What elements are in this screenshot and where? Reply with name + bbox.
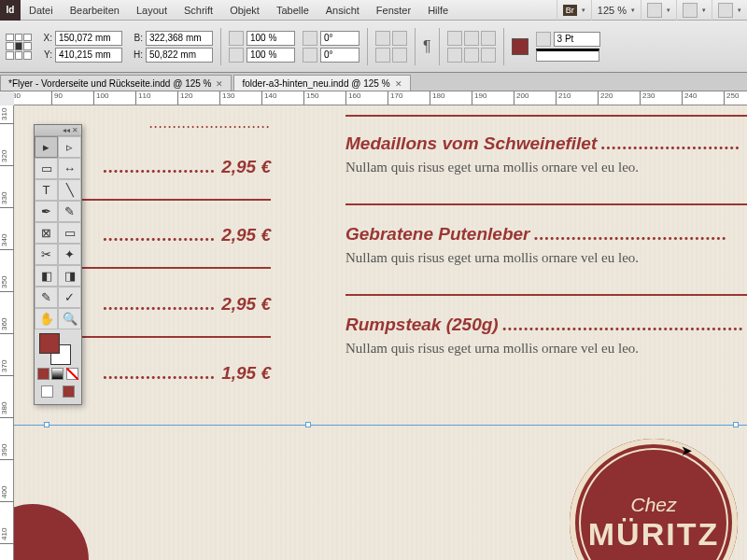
scale-y-icon: [229, 48, 244, 63]
close-icon[interactable]: ✕: [216, 79, 223, 89]
pen-tool[interactable]: ✒: [35, 201, 58, 222]
menu-ansicht[interactable]: Ansicht: [317, 5, 368, 16]
gradient-feather-tool[interactable]: ◨: [58, 265, 81, 287]
menu-hilfe[interactable]: Hilfe: [419, 5, 457, 16]
bridge-button[interactable]: Br: [557, 0, 591, 21]
menu-tabelle[interactable]: Tabelle: [268, 5, 317, 16]
tab-flyer[interactable]: *Flyer - Vorderseite und Rückseite.indd …: [0, 75, 232, 91]
menu-fenster[interactable]: Fenster: [368, 5, 419, 16]
rotate-field[interactable]: [320, 31, 359, 46]
canvas[interactable]: .......................... .............…: [14, 105, 747, 560]
height-field[interactable]: [146, 48, 213, 63]
tab-folder[interactable]: folder-a3-hinten_neu.indd @ 125 %✕: [233, 75, 410, 91]
flip-v-icon[interactable]: [392, 48, 407, 63]
scale-x-icon: [229, 31, 244, 46]
shear-icon: [303, 48, 317, 63]
eyedropper-tool[interactable]: ✓: [58, 287, 81, 308]
screen-icon: [683, 3, 698, 18]
note-tool[interactable]: ✎: [35, 287, 58, 308]
menu-bar: Id Datei Bearbeiten Layout Schrift Objek…: [0, 0, 747, 21]
pencil-tool[interactable]: ✎: [58, 201, 81, 222]
rectangle-tool[interactable]: ▭: [58, 222, 81, 244]
view-mode-row[interactable]: [35, 383, 81, 400]
horizontal-ruler[interactable]: 8090100110120130140150160170180190200210…: [14, 91, 747, 105]
rotate-cw-icon[interactable]: [375, 31, 390, 46]
zoom-tool[interactable]: 🔍: [58, 308, 81, 329]
wrap-6-icon[interactable]: [481, 48, 496, 63]
stroke-style-dropdown[interactable]: [536, 49, 599, 62]
wrap-5-icon[interactable]: [464, 48, 479, 63]
work-area: 310320330340350360370380390400410 ......…: [0, 105, 747, 560]
rotate-ccw-icon[interactable]: [375, 48, 390, 63]
gradient-swatch-tool[interactable]: ◧: [35, 265, 58, 287]
wrap-4-icon[interactable]: [447, 48, 462, 63]
vertical-ruler[interactable]: 310320330340350360370380390400410: [0, 105, 14, 560]
control-bar: X: Y: B: H: ¶: [0, 21, 747, 73]
y-position-field[interactable]: [55, 48, 122, 63]
flip-h-icon[interactable]: [392, 31, 407, 46]
hand-tool[interactable]: ✋: [35, 308, 58, 329]
close-icon[interactable]: ✕: [395, 79, 402, 89]
wrap-3-icon[interactable]: [481, 31, 496, 46]
arrange-dropdown[interactable]: [712, 0, 747, 21]
direct-selection-tool[interactable]: ▹: [58, 136, 81, 158]
menu-layout[interactable]: Layout: [128, 5, 176, 16]
stroke-icon: [536, 32, 551, 47]
mouse-cursor: ➤: [681, 442, 693, 459]
corner-decoration: [14, 504, 89, 560]
rectangle-frame-tool[interactable]: ⊠: [35, 222, 58, 244]
view-icon: [647, 3, 662, 18]
page-tool[interactable]: ▭: [35, 158, 58, 179]
apply-color-row[interactable]: [35, 365, 81, 383]
logo-badge: Chez MÜRITZ: [570, 439, 738, 560]
fill-stroke-swatch[interactable]: [35, 329, 81, 365]
tools-panel[interactable]: ◂◂ ✕ ▸ ▹ ▭ ↔ T ╲ ✒ ✎ ⊠ ▭ ✂ ✦ ◧ ◨ ✎ ✓ ✋ 🔍: [34, 124, 82, 405]
line-tool[interactable]: ╲: [58, 179, 81, 201]
selection-tool[interactable]: ▸: [35, 136, 58, 158]
view-mode-dropdown[interactable]: [641, 0, 676, 21]
free-transform-tool[interactable]: ✦: [58, 244, 81, 265]
arrange-icon: [718, 3, 733, 18]
rotate-icon: [303, 31, 317, 46]
wrap-2-icon[interactable]: [464, 31, 479, 46]
stroke-weight-field[interactable]: [554, 32, 600, 47]
menu-bearbeiten[interactable]: Bearbeiten: [62, 5, 128, 16]
document-tabs: *Flyer - Vorderseite und Rückseite.indd …: [0, 73, 747, 91]
paragraph-icon[interactable]: ¶: [423, 38, 431, 55]
panel-grip[interactable]: ◂◂ ✕: [35, 125, 81, 136]
scale-x-field[interactable]: [247, 31, 295, 46]
zoom-dropdown[interactable]: 125 %: [591, 0, 641, 21]
page: .......................... .............…: [14, 105, 747, 560]
reference-point[interactable]: [6, 34, 32, 60]
fill-swatch[interactable]: [512, 38, 529, 55]
width-field[interactable]: [146, 31, 213, 46]
wrap-1-icon[interactable]: [447, 31, 462, 46]
type-tool[interactable]: T: [35, 179, 58, 201]
scale-y-field[interactable]: [247, 48, 295, 63]
gap-tool[interactable]: ↔: [58, 158, 81, 179]
scissors-tool[interactable]: ✂: [35, 244, 58, 265]
menu-datei[interactable]: Datei: [21, 5, 62, 16]
screen-mode-dropdown[interactable]: [676, 0, 712, 21]
menu-schrift[interactable]: Schrift: [176, 5, 221, 16]
shear-field[interactable]: [320, 48, 359, 63]
x-position-field[interactable]: [55, 31, 122, 46]
menu-objekt[interactable]: Objekt: [221, 5, 268, 16]
app-logo: Id: [0, 0, 21, 21]
